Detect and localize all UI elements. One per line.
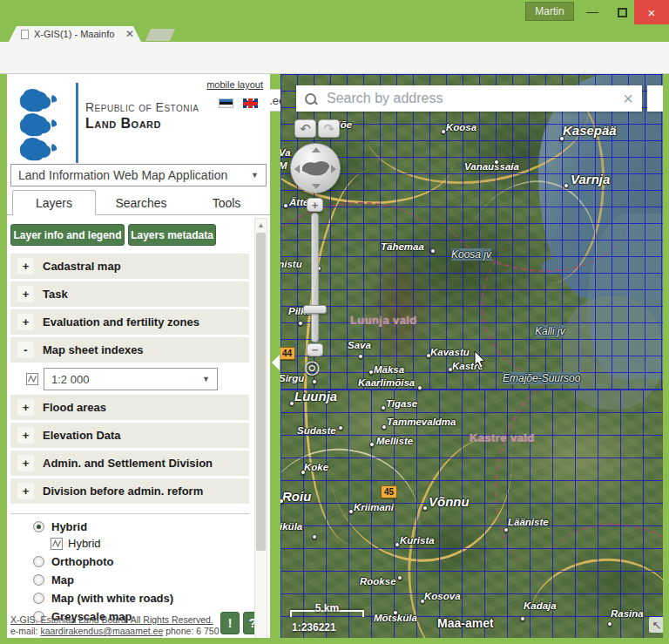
mouse-cursor xyxy=(474,351,487,369)
mobile-layout-link[interactable]: mobile layout xyxy=(206,79,263,90)
chevron-down-icon: ▼ xyxy=(251,171,259,180)
map-label-tigase: Tigase xyxy=(386,398,417,409)
map-attribution: Maa-amet xyxy=(437,616,494,630)
accordion-cadastral-map[interactable]: +Cadastral map xyxy=(10,254,249,279)
browser-tab[interactable]: X-GIS(1) - Maainfo ✕ xyxy=(9,26,141,42)
place-dot xyxy=(298,321,303,326)
pan-south-icon[interactable] xyxy=(312,184,321,189)
expand-icon[interactable]: + xyxy=(17,427,34,444)
radio-icon[interactable] xyxy=(33,593,44,604)
expand-icon[interactable]: + xyxy=(17,483,34,499)
accordion-label: Flood areas xyxy=(43,401,106,414)
map-history-back-button[interactable]: ↶ xyxy=(294,119,316,138)
accordion-division-before-admin-reform[interactable]: +Division before admin. reform xyxy=(10,478,249,504)
scroll-up-icon[interactable]: ▲ xyxy=(255,219,267,232)
search-side-panel[interactable] xyxy=(647,85,663,112)
expand-icon[interactable]: + xyxy=(17,258,34,275)
close-button[interactable]: × xyxy=(634,0,669,24)
sidebar-collapse-chevron-icon[interactable] xyxy=(271,353,280,372)
geolocate-icon[interactable]: ◎ xyxy=(304,356,320,377)
zoom-slider-track[interactable] xyxy=(311,213,319,342)
place-dot xyxy=(358,354,363,359)
basemap-label: Hybrid xyxy=(51,520,87,533)
scrollbar-thumb[interactable] xyxy=(256,233,266,551)
basemap-option-map-with-white-roads[interactable]: Map (with white roads) xyxy=(33,589,251,607)
footer-email-link[interactable]: kaardirakendus@maaamet.ee xyxy=(40,626,163,636)
layer-info-legend-button[interactable]: Layer info and legend xyxy=(10,224,125,246)
search-clear-icon[interactable]: × xyxy=(623,89,633,109)
place-dot xyxy=(397,575,402,580)
place-dot xyxy=(559,136,564,141)
place-dot xyxy=(395,542,400,547)
new-tab-button[interactable] xyxy=(145,29,175,41)
map-history-forward-button[interactable]: ↷ xyxy=(318,119,340,138)
minimize-button[interactable]: — xyxy=(580,0,605,24)
accordion-label: Admin. and Settlement Division xyxy=(43,457,213,470)
tab-layers[interactable]: Layers xyxy=(12,190,96,215)
radio-icon[interactable] xyxy=(33,574,44,586)
expand-icon[interactable]: + xyxy=(17,399,34,416)
place-dot xyxy=(426,353,431,358)
map-label-m-ksa: Mäksa xyxy=(374,364,404,375)
zoom-slider-thumb[interactable] xyxy=(303,305,327,314)
accordion-task[interactable]: +Task xyxy=(10,281,249,307)
map-label-va: Va xyxy=(280,147,291,158)
basemap-option-hybrid[interactable]: Hybrid xyxy=(33,518,251,535)
search-input[interactable] xyxy=(327,91,623,106)
expand-icon[interactable]: + xyxy=(17,286,34,302)
layer-legend-icon xyxy=(51,538,63,550)
pan-north-icon[interactable] xyxy=(312,147,321,153)
maximize-icon xyxy=(618,8,627,17)
place-dot xyxy=(312,379,317,384)
zoom-in-button[interactable]: + xyxy=(307,198,323,212)
footer-copyright-link[interactable]: X-GIS. Estonian Land Board. All Rights R… xyxy=(10,614,213,625)
maximize-button[interactable] xyxy=(610,0,634,24)
map-viewport[interactable]: VaMlajõeKoosaKasepääVanaussaiaVarnjaÄtte… xyxy=(280,74,663,638)
address-search-bar[interactable]: × xyxy=(296,85,642,112)
application-select-value: Land Information Web Map Application xyxy=(18,168,227,182)
map-label-rasina: Rasina xyxy=(611,608,644,619)
accordion-label: Cadastral map xyxy=(43,260,121,273)
place-dot xyxy=(607,621,612,627)
map-label-sava: Sava xyxy=(348,340,371,350)
uk-flag-icon[interactable] xyxy=(243,98,258,108)
tab-searches[interactable]: Searches xyxy=(96,190,186,215)
place-dot xyxy=(369,442,375,447)
application-select[interactable]: Land Information Web Map Application ▼ xyxy=(10,164,267,186)
expand-icon[interactable]: + xyxy=(17,455,34,471)
map-label-kurista: Kurista xyxy=(400,535,435,546)
expand-corner-icon[interactable]: ↖ xyxy=(649,617,663,633)
accordion-evaluation-and-fertility-zones[interactable]: +Evaluation and fertility zones xyxy=(10,309,249,335)
divider xyxy=(10,513,249,514)
accordion-map-sheet-indexes[interactable]: -Map sheet indexes xyxy=(10,337,249,363)
map-label-sirgu: Sirgu xyxy=(280,373,304,383)
zoom-out-button[interactable]: − xyxy=(307,343,323,356)
search-icon xyxy=(305,93,316,105)
layers-metadata-button[interactable]: Layers metadata xyxy=(128,224,216,246)
expand-icon[interactable]: + xyxy=(17,314,34,330)
radio-icon[interactable] xyxy=(33,556,44,567)
radio-icon[interactable] xyxy=(33,521,44,532)
basemap-option-map[interactable]: Map xyxy=(33,571,251,588)
hybrid-sublayer-row[interactable]: Hybrid xyxy=(33,536,251,551)
page-favicon-icon xyxy=(21,30,29,39)
browser-user-chip[interactable]: Martin xyxy=(525,2,574,21)
pan-overview-ball[interactable] xyxy=(290,143,341,193)
accordion-flood-areas[interactable]: +Flood areas xyxy=(10,395,249,420)
map-label-roiu: Roiu xyxy=(282,489,311,504)
accordion-admin-and-settlement-division[interactable]: +Admin. and Settlement Division xyxy=(10,451,249,476)
accordion-elevation-data[interactable]: +Elevation Data xyxy=(10,423,249,448)
tab-tools[interactable]: Tools xyxy=(186,190,267,215)
alert-button[interactable]: ! xyxy=(220,612,240,634)
tab-close-icon[interactable]: ✕ xyxy=(125,28,134,40)
map-sheet-scale-select[interactable]: 1:2 000▼ xyxy=(44,368,218,390)
basemap-label: Map xyxy=(51,573,74,586)
scale-bar-label: 5 km xyxy=(290,602,364,614)
place-dot xyxy=(289,401,294,406)
basemap-options: HybridHybridOrthophotoMapMap (with white… xyxy=(33,518,251,626)
estonian-flag-icon[interactable] xyxy=(219,98,233,108)
sidebar-scrollbar[interactable]: ▲ ▼ xyxy=(254,218,267,638)
place-dot xyxy=(422,505,428,511)
basemap-option-orthophoto[interactable]: Orthophoto xyxy=(33,552,251,570)
collapse-icon[interactable]: - xyxy=(17,342,34,358)
